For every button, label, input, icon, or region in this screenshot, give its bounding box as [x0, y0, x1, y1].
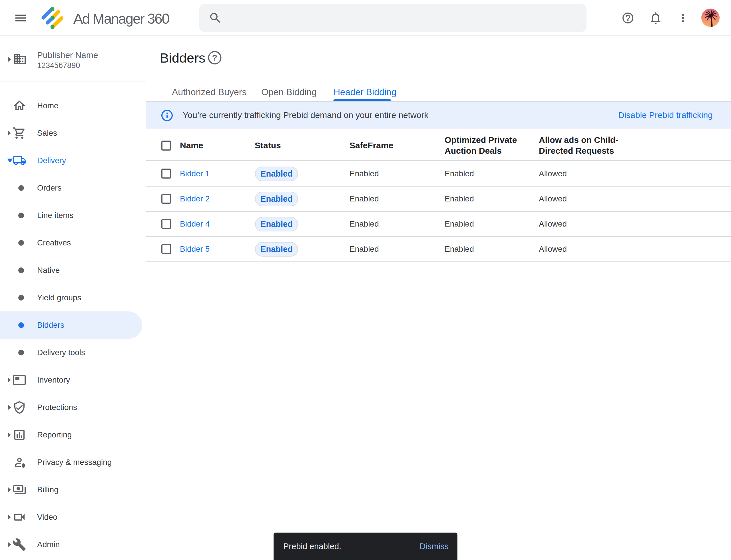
- svg-text:?: ?: [212, 53, 217, 62]
